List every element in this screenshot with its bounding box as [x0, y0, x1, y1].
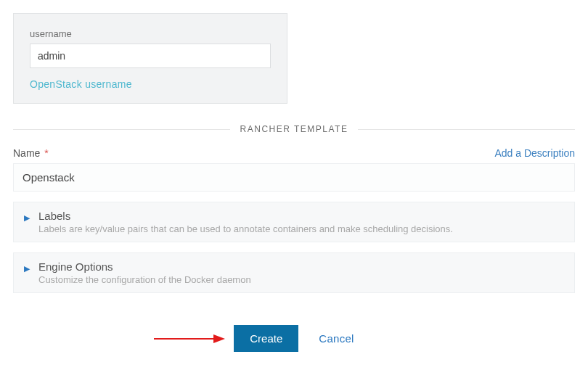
username-input[interactable]	[30, 44, 271, 68]
add-description-link[interactable]: Add a Description	[494, 147, 575, 159]
name-label: Name	[13, 147, 40, 159]
username-label: username	[30, 28, 271, 39]
section-title: RANCHER TEMPLATE	[230, 124, 359, 134]
accordion-labels-content: Labels Labels are key/value pairs that c…	[38, 210, 564, 234]
required-marker: *	[44, 147, 48, 159]
cancel-button[interactable]: Cancel	[319, 332, 354, 345]
accordion-engine-title: Engine Options	[38, 260, 564, 273]
accordion-engine-options[interactable]: ▶ Engine Options Customize the configura…	[13, 252, 575, 293]
accordion-labels[interactable]: ▶ Labels Labels are key/value pairs that…	[13, 202, 575, 242]
name-row: Name * Add a Description	[13, 147, 575, 159]
accordion-engine-content: Engine Options Customize the configurati…	[38, 260, 564, 285]
expand-icon: ▶	[24, 213, 30, 223]
accordion-labels-description: Labels are key/value pairs that can be u…	[38, 223, 564, 234]
openstack-username-help-link[interactable]: OpenStack username	[30, 78, 132, 90]
section-divider: RANCHER TEMPLATE	[13, 124, 575, 134]
accordion-engine-description: Customize the configuration of the Docke…	[38, 274, 564, 285]
button-row: Create Cancel	[13, 325, 575, 352]
create-button[interactable]: Create	[234, 325, 298, 352]
expand-icon: ▶	[24, 264, 30, 274]
svg-marker-1	[213, 334, 225, 343]
name-label-container: Name *	[13, 147, 49, 159]
username-panel: username OpenStack username	[13, 13, 287, 104]
arrow-annotation-icon	[152, 332, 225, 346]
accordion-labels-title: Labels	[38, 210, 564, 222]
template-name-input[interactable]	[13, 163, 575, 192]
